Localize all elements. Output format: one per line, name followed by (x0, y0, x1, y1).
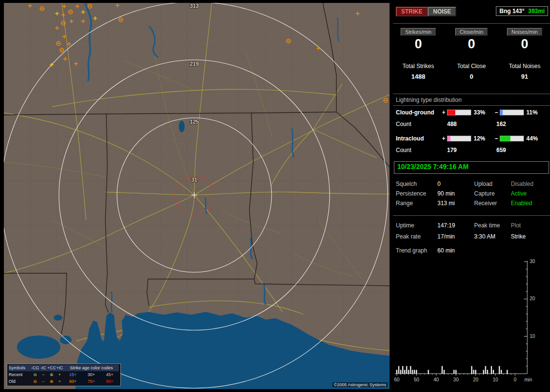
status-row-range-receiver: Range 313 mi Receiver Enabled (393, 200, 550, 208)
age-code-30+: 30+ (82, 371, 101, 378)
trend-bar (475, 370, 476, 374)
trend-y-tick: 10 (530, 334, 536, 339)
intracloud-counts: Count 179 659 (396, 147, 549, 154)
trend-bar (408, 370, 409, 374)
strike-mode-button[interactable]: STRIKE (396, 7, 428, 16)
close-per-min-label: Close/min (455, 28, 488, 36)
trend-bar (412, 370, 413, 374)
divider (393, 105, 550, 106)
trend-x-unit: min (524, 377, 532, 382)
trend-bar (414, 370, 415, 374)
cloud-ground-counts: Count 488 162 (396, 121, 549, 127)
copyright-text: ©2005 Astrogenic Systems (333, 382, 388, 387)
cg-positive-bar (447, 110, 471, 115)
trend-x-tick: 30 (453, 377, 459, 382)
circle-plus-icon: ⊕ (47, 371, 56, 378)
bearing-distance: 393mi (528, 8, 545, 14)
divider (393, 94, 550, 94)
noises-per-min-label: Noises/min (507, 28, 542, 36)
bearing-value: Bng 143° (499, 8, 524, 14)
trend-bar (416, 370, 417, 374)
trend-bar (483, 370, 484, 374)
trend-x-tick: 10 (492, 377, 498, 382)
close-per-min-counter: Close/min 0 (446, 28, 497, 52)
legend-symbols-header: Symbols (9, 364, 31, 371)
minus-icon: − (39, 371, 47, 378)
trend-x-tick: 0 (514, 377, 517, 382)
close-per-min-value: 0 (446, 37, 497, 52)
trend-bar (404, 370, 405, 374)
total-strikes: Total Strikes 1488 (393, 63, 444, 80)
legend-row-label-recent: Recent (9, 371, 31, 378)
trend-bar (471, 366, 472, 374)
age-code-75+: 75+ (82, 378, 101, 385)
distribution-title: Lightning type distribution (396, 97, 462, 103)
noises-per-min-value: 0 (499, 37, 550, 52)
circle-minus-icon: ⊖ (31, 378, 39, 385)
circle-minus-icon: ⊖ (31, 371, 39, 378)
age-code-90+: 90+ (101, 378, 119, 385)
trend-bar (400, 370, 401, 374)
noises-per-min-counter: Noises/min 0 (499, 28, 550, 52)
legend-column-+IC: +IC (56, 364, 64, 371)
circle-plus-icon: ⊕ (47, 378, 56, 385)
plus-icon: + (56, 371, 64, 378)
trend-x-tick: 60 (394, 377, 400, 382)
trend-bar (428, 370, 429, 374)
age-code-15+: 15+ (64, 371, 82, 378)
total-noises: Total Noises 91 (499, 63, 550, 80)
trend-x-tick: 40 (434, 377, 439, 382)
legend-column--IC: -IC (39, 364, 47, 371)
nexstorm-app: 31321912531 Symbols-CG-IC+CG+ICStrike ag… (0, 0, 550, 392)
cg-negative-bar (500, 110, 524, 115)
trend-bar (444, 370, 445, 374)
trend-bar (493, 370, 494, 374)
legend-column--CG: -CG (31, 364, 39, 371)
noise-mode-button[interactable]: NOISE (428, 7, 456, 16)
receiver-status: Enabled (511, 200, 532, 207)
strike-legend: Symbols-CG-IC+CG+ICStrike age color code… (7, 364, 121, 386)
trend-graph: 1020306050403020100min (393, 256, 550, 389)
trend-bar (455, 370, 456, 374)
trend-graph-header: Trend graph 60 min (393, 247, 550, 255)
strikes-per-min-label: Strikes/min (401, 28, 435, 36)
divider (393, 23, 550, 24)
legend-age-header: Strike age color codes (64, 364, 119, 371)
strikes-per-min-counter: Strikes/min 0 (393, 28, 444, 52)
stats-row-2: Peak rate 17/min 3:30 AM Strike (393, 233, 550, 241)
ring-label-125: 125 (190, 119, 199, 125)
legend-column-+CG: +CG (47, 364, 56, 371)
trend-y-tick: 20 (530, 296, 536, 301)
trend-x-tick: 50 (414, 377, 420, 382)
trend-bar (491, 366, 492, 374)
upload-status: Disabled (511, 181, 534, 187)
ring-label-219: 219 (190, 61, 199, 67)
trend-bar (396, 370, 397, 374)
minus-icon: − (39, 378, 47, 385)
lightning-map[interactable]: 31321912531 Symbols-CG-IC+CG+ICStrike ag… (4, 3, 390, 389)
strikes-per-min-value: 0 (393, 37, 444, 52)
ic-negative-bar (500, 136, 524, 141)
trend-bar (499, 366, 500, 374)
divider (393, 215, 550, 216)
capture-status: Active (511, 190, 527, 197)
stats-row-1: Uptime 147:19 Peak time Plot (393, 222, 550, 230)
trend-y-tick: 30 (530, 259, 536, 264)
status-panel: STRIKE NOISE Bng 143°393mi Strikes/min 0… (393, 3, 550, 389)
trend-bar (501, 370, 502, 374)
datetime-display: 10/23/2025 7:49:16 AM (394, 161, 549, 174)
bearing-readout: Bng 143°393mi (496, 6, 548, 16)
ic-positive-bar (447, 136, 471, 141)
legend-row-label-old: Old (9, 378, 31, 385)
trend-x-tick: 20 (473, 377, 479, 382)
trend-bar (410, 366, 411, 374)
ring-label-313: 313 (190, 3, 199, 9)
trend-bar (473, 370, 474, 374)
age-code-45+: 45+ (101, 371, 119, 378)
intracloud-row: Intracloud + 12% − 44% (396, 135, 549, 142)
total-close: Total Close 0 (446, 63, 497, 80)
trend-bar (507, 370, 507, 374)
ring-label-31: 31 (191, 177, 197, 182)
trend-bar (442, 366, 443, 374)
trend-bar (453, 370, 454, 374)
